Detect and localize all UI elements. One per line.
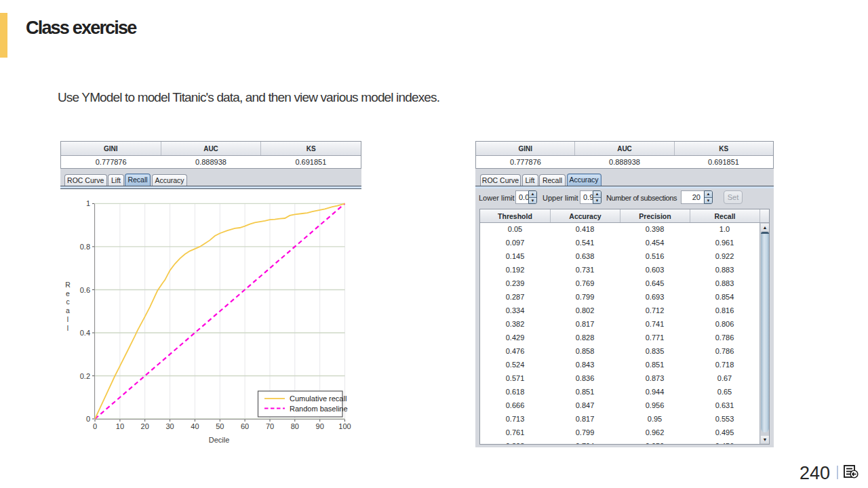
svg-text:20: 20 [141, 422, 149, 430]
svg-text:40: 40 [191, 422, 199, 430]
svg-text:a: a [66, 306, 70, 314]
svg-text:100: 100 [338, 422, 351, 430]
svg-text:0.6: 0.6 [80, 286, 90, 294]
svg-text:30: 30 [165, 422, 174, 430]
svg-text:70: 70 [266, 422, 274, 430]
svg-text:e: e [66, 289, 70, 298]
svg-text:90: 90 [316, 422, 324, 430]
svg-text:0: 0 [93, 422, 97, 430]
svg-text:R: R [65, 281, 71, 289]
svg-text:l: l [67, 324, 68, 332]
svg-text:1: 1 [86, 199, 90, 207]
svg-text:60: 60 [241, 422, 249, 430]
svg-text:Random baseline: Random baseline [290, 405, 348, 413]
svg-text:0: 0 [86, 415, 90, 423]
svg-text:Cumulative recall: Cumulative recall [290, 394, 347, 403]
svg-text:l: l [67, 315, 68, 323]
svg-text:50: 50 [216, 422, 224, 430]
svg-text:80: 80 [291, 422, 299, 430]
svg-text:0.8: 0.8 [80, 243, 90, 251]
svg-text:0.2: 0.2 [80, 372, 90, 380]
svg-text:10: 10 [116, 422, 124, 430]
svg-text:c: c [66, 298, 69, 306]
svg-text:0.4: 0.4 [80, 329, 90, 337]
svg-text:Decile: Decile [209, 436, 230, 444]
